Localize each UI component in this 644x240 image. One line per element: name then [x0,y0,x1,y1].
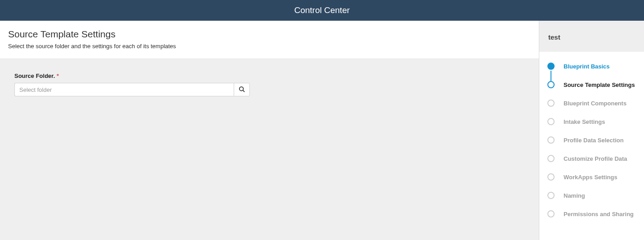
page-subtitle: Select the source folder and the setting… [8,43,531,50]
step-dot-icon [547,136,555,144]
step-naming[interactable]: Naming [547,192,636,199]
page-title: Source Template Settings [8,29,531,40]
step-label: Permissions and Sharing [564,211,634,217]
step-permissions-and-sharing[interactable]: Permissions and Sharing [547,210,636,217]
step-dot-icon [547,81,555,88]
step-label: WorkApps Settings [564,174,617,181]
step-intake-settings[interactable]: Intake Settings [547,118,636,125]
step-label: Blueprint Basics [564,63,610,70]
step-customize-profile-data[interactable]: Customize Profile Data [547,155,636,162]
step-blueprint-basics[interactable]: Blueprint Basics [547,63,636,70]
step-label: Blueprint Components [564,100,626,107]
step-dot-icon [547,173,555,181]
title-band: Source Template Settings Select the sour… [0,21,539,59]
step-workapps-settings[interactable]: WorkApps Settings [547,173,636,181]
step-source-template-settings[interactable]: Source Template Settings [547,81,636,88]
svg-point-0 [240,86,244,91]
source-folder-search-button[interactable] [234,83,250,96]
step-dot-icon [547,63,555,70]
step-label: Intake Settings [564,118,605,125]
steps-list: Blueprint Basics Source Template Setting… [539,52,644,233]
step-label: Customize Profile Data [564,155,627,162]
step-dot-icon [547,155,555,162]
search-icon [239,86,245,94]
step-dot-icon [547,100,555,107]
svg-line-1 [243,90,245,92]
app-title: Control Center [294,5,350,15]
step-dot-icon [547,210,555,217]
source-folder-label-text: Source Folder. [14,72,55,79]
source-folder-row [14,83,250,96]
step-label: Naming [564,192,585,199]
top-banner: Control Center [0,0,644,21]
side-panel-title: test [539,21,644,52]
main-column: Source Template Settings Select the sour… [0,21,539,240]
required-star: * [57,72,59,79]
step-label: Source Template Settings [564,82,635,88]
source-folder-label: Source Folder. * [14,72,524,79]
side-panel: test Blueprint Basics Source Template Se… [539,21,644,240]
body-band: Source Folder. * [0,59,539,240]
source-folder-input[interactable] [14,83,234,96]
step-dot-icon [547,118,555,125]
step-label: Profile Data Selection [564,137,624,144]
step-profile-data-selection[interactable]: Profile Data Selection [547,136,636,144]
step-blueprint-components[interactable]: Blueprint Components [547,100,636,107]
step-connector [551,71,551,82]
step-dot-icon [547,192,555,199]
